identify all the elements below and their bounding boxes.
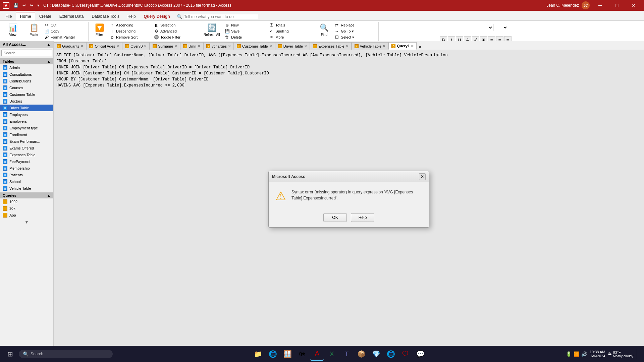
nav-item-consultations[interactable]: ▦ Consultations [0, 71, 53, 78]
umri-close-btn[interactable]: ✕ [198, 44, 200, 48]
nav-item-1992[interactable]: ! 1992 [0, 198, 53, 205]
filter-btn[interactable]: 🔽 Filter [92, 22, 107, 38]
save-record-btn[interactable]: 💾 Save [222, 28, 266, 34]
nav-item-driver-table[interactable]: ▦ Driver Table [0, 105, 53, 111]
taskbar-whatsapp-icon[interactable]: 💬 [414, 347, 427, 361]
start-btn[interactable]: ⊞ [3, 347, 17, 361]
tab-umri[interactable]: T Umri ✕ [180, 42, 203, 50]
dialog-ok-btn[interactable]: OK [323, 213, 347, 222]
taskbar-teams-icon[interactable]: T [340, 347, 353, 361]
select-btn[interactable]: ☐ Select ▾ [332, 34, 376, 40]
advanced-btn[interactable]: ⚙ Advanced [152, 28, 195, 34]
tab-graduants[interactable]: T Graduants ✕ [54, 42, 86, 50]
totals-btn[interactable]: Σ Totals [267, 22, 310, 28]
format-painter-btn[interactable]: 🖌 Format Painter [42, 34, 86, 40]
clock-widget[interactable]: 10:38 AM 6/6/2024 [590, 350, 605, 358]
tab-vcharges[interactable]: T vcharges ✕ [203, 42, 234, 50]
save-quick-btn[interactable]: 💾 [12, 2, 20, 8]
graduants-close-btn[interactable]: ✕ [80, 44, 83, 48]
spelling-btn[interactable]: ✓ Spelling [267, 28, 310, 34]
tell-me-input[interactable] [184, 14, 258, 19]
dialog-close-btn[interactable]: ✕ [419, 173, 426, 180]
weather-widget[interactable]: 🌥 83°F Mostly cloudy [608, 350, 633, 358]
replace-btn[interactable]: ⇄ Replace [332, 22, 376, 28]
taskbar-windows-icon[interactable]: 🪟 [281, 347, 294, 361]
nav-item-patients[interactable]: ▦ Patients [0, 172, 53, 178]
nav-item-customer-table[interactable]: ▦ Customer Table [0, 91, 53, 98]
tab-query1[interactable]: Q Query1 ✕ [388, 42, 417, 50]
nav-item-exam-performan[interactable]: ▦ Exam Performan... [0, 138, 53, 145]
tab-surname[interactable]: T Surname ✕ [150, 42, 180, 50]
toggle-filter-btn[interactable]: 🔘 Toggle Filter [152, 34, 195, 40]
nav-item-vehicle-table[interactable]: ▦ Vehicle Table [0, 185, 53, 192]
nav-item-app[interactable]: ! App [0, 212, 53, 219]
driver-table-close-btn[interactable]: ✕ [304, 44, 307, 48]
nav-scroll-down[interactable]: ▼ [0, 219, 53, 226]
selection-btn[interactable]: ◧ Selection [152, 22, 195, 28]
query1-close-btn[interactable]: ✕ [411, 44, 414, 48]
nav-item-30k[interactable]: ! 30k [0, 205, 53, 212]
customer-table-close-btn[interactable]: ✕ [269, 44, 272, 48]
nav-item-contributions[interactable]: ▦ Contributions [0, 78, 53, 84]
tab-file[interactable]: File [1, 12, 16, 20]
taskbar-access-icon[interactable]: A [310, 347, 324, 361]
tab-vehicle-table[interactable]: T Vehicle Table ✕ [352, 42, 389, 50]
vcharges-close-btn[interactable]: ✕ [228, 44, 231, 48]
ascending-btn[interactable]: ↑ Ascending [107, 22, 151, 28]
tab-database-tools[interactable]: Database Tools [88, 12, 123, 20]
paste-btn[interactable]: 📋 Paste [26, 22, 41, 38]
nav-item-enrollment[interactable]: ▦ Enrollment [0, 131, 53, 138]
tables-section-header[interactable]: Tables ▲ [0, 58, 53, 64]
tab-home[interactable]: Home [16, 12, 35, 20]
official-ages-close-btn[interactable]: ✕ [116, 44, 119, 48]
nav-item-membership[interactable]: ▦ Membership [0, 165, 53, 172]
view-btn[interactable]: 📊 View [5, 22, 20, 38]
refresh-all-btn[interactable]: 🔄 Refresh All [202, 22, 222, 38]
taskbar-store-icon[interactable]: 🛍 [296, 347, 309, 361]
queries-section-header[interactable]: Queries ▲ [0, 192, 53, 198]
nav-item-school[interactable]: ▦ School [0, 178, 53, 185]
redo-btn[interactable]: ↪ [29, 2, 35, 8]
taskbar-files-icon[interactable]: 📁 [251, 347, 265, 361]
nav-item-employees[interactable]: ▦ Employees [0, 111, 53, 118]
cut-btn[interactable]: ✂ Cut [42, 22, 86, 28]
tab-expenses-table[interactable]: T Expenses Table ✕ [310, 42, 351, 50]
tab-over70[interactable]: T Over70 ✕ [122, 42, 150, 50]
new-btn[interactable]: ⊕ New [222, 22, 266, 28]
nav-item-employment-type[interactable]: ▦ Employment type [0, 125, 53, 131]
remove-sort-btn[interactable]: ⊘ Remove Sort [107, 34, 151, 40]
dialog-help-btn[interactable]: Help [351, 213, 374, 222]
goto-btn[interactable]: → Go To ▾ [332, 28, 376, 34]
tab-query-design[interactable]: Query Design [140, 12, 174, 20]
nav-item-expenses-table[interactable]: ▦ Expenses Table [0, 152, 53, 158]
vehicle-table-close-btn[interactable]: ✕ [383, 44, 385, 48]
tab-external-data[interactable]: External Data [55, 12, 88, 20]
nav-item-admin[interactable]: ▦ Admin [0, 64, 53, 71]
find-btn[interactable]: 🔍 Find [317, 22, 331, 38]
delete-btn[interactable]: 🗑 Delete [222, 34, 266, 40]
more-btn[interactable]: ≡ More [267, 34, 310, 40]
tab-close-all-btn[interactable]: ✕ [417, 45, 423, 50]
taskbar-app1-icon[interactable]: 📦 [355, 347, 368, 361]
nav-item-doctors[interactable]: ▦ Doctors [0, 98, 53, 105]
taskbar-edge-icon[interactable]: 🌐 [266, 347, 279, 361]
undo-btn[interactable]: ↩ [21, 2, 27, 8]
descending-btn[interactable]: ↓ Descending [107, 28, 151, 34]
expenses-table-close-btn[interactable]: ✕ [346, 44, 348, 48]
taskbar-antivirus-icon[interactable]: 🛡 [399, 347, 412, 361]
window-close-btn[interactable]: ✕ [626, 0, 641, 11]
user-avatar[interactable]: JC [582, 1, 590, 9]
taskbar-app2-icon[interactable]: 💎 [369, 347, 383, 361]
minimize-btn[interactable]: ─ [592, 0, 608, 11]
tab-customer-table[interactable]: T Customer Table ✕ [234, 42, 275, 50]
font-family-select[interactable] [440, 24, 493, 31]
nav-item-courses[interactable]: ▦ Courses [0, 84, 53, 91]
show-desktop-btn[interactable] [636, 349, 641, 359]
taskbar-excel-icon[interactable]: X [325, 347, 338, 361]
taskbar-search-input[interactable] [31, 352, 98, 356]
nav-item-exams-offered[interactable]: ▦ Exams Offered [0, 145, 53, 152]
nav-search-input[interactable] [1, 50, 52, 56]
tab-create[interactable]: Create [35, 12, 55, 20]
taskbar-browser-icon[interactable]: 🌐 [384, 347, 397, 361]
tab-driver-table[interactable]: T Driver Table ✕ [275, 42, 310, 50]
